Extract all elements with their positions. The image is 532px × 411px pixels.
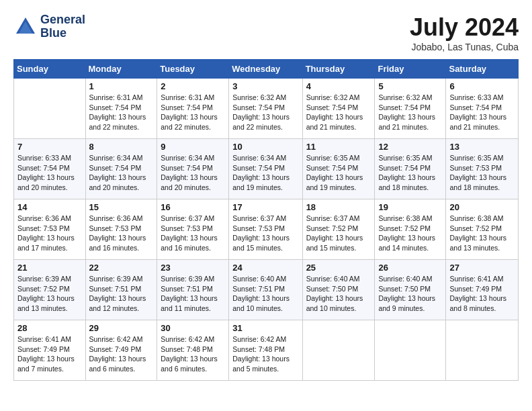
calendar-cell: 13Sunrise: 6:35 AMSunset: 7:53 PMDayligh… — [446, 139, 519, 199]
cell-info: Sunrise: 6:40 AMSunset: 7:50 PMDaylight:… — [378, 274, 442, 314]
logo-icon — [13, 15, 38, 39]
cell-info: Sunrise: 6:32 AMSunset: 7:54 PMDaylight:… — [306, 93, 371, 132]
calendar-cell: 24Sunrise: 6:40 AMSunset: 7:51 PMDayligh… — [229, 260, 302, 320]
calendar-cell: 8Sunrise: 6:34 AMSunset: 7:54 PMDaylight… — [85, 139, 157, 199]
cell-info: Sunrise: 6:40 AMSunset: 7:50 PMDaylight:… — [306, 274, 371, 314]
cell-info: Sunrise: 6:40 AMSunset: 7:51 PMDaylight:… — [232, 274, 298, 314]
calendar-cell: 27Sunrise: 6:41 AMSunset: 7:49 PMDayligh… — [446, 260, 519, 320]
day-number: 26 — [378, 263, 442, 273]
day-number: 16 — [161, 202, 225, 212]
header-day-tuesday: Tuesday — [157, 60, 229, 79]
day-number: 20 — [449, 202, 515, 212]
cell-info: Sunrise: 6:41 AMSunset: 7:49 PMDaylight:… — [449, 274, 515, 314]
calendar-cell: 10Sunrise: 6:34 AMSunset: 7:54 PMDayligh… — [229, 139, 302, 199]
header-day-thursday: Thursday — [302, 60, 375, 79]
day-number: 22 — [89, 263, 154, 273]
calendar-cell: 4Sunrise: 6:32 AMSunset: 7:54 PMDaylight… — [302, 79, 375, 139]
cell-info: Sunrise: 6:35 AMSunset: 7:54 PMDaylight:… — [306, 153, 371, 193]
calendar-cell: 23Sunrise: 6:39 AMSunset: 7:51 PMDayligh… — [157, 260, 229, 320]
cell-info: Sunrise: 6:35 AMSunset: 7:53 PMDaylight:… — [449, 153, 515, 193]
week-row-3: 14Sunrise: 6:36 AMSunset: 7:53 PMDayligh… — [14, 199, 519, 260]
day-number: 10 — [232, 142, 298, 152]
header-day-saturday: Saturday — [446, 60, 519, 79]
day-number: 19 — [378, 202, 442, 212]
calendar-cell: 14Sunrise: 6:36 AMSunset: 7:53 PMDayligh… — [14, 199, 86, 260]
day-number: 2 — [161, 81, 225, 91]
day-number: 4 — [306, 81, 371, 91]
header-day-wednesday: Wednesday — [229, 60, 302, 79]
day-number: 31 — [232, 323, 298, 333]
logo-text: General Blue — [40, 13, 85, 40]
calendar-cell: 1Sunrise: 6:31 AMSunset: 7:54 PMDaylight… — [85, 79, 157, 139]
header-day-friday: Friday — [375, 60, 446, 79]
calendar-cell: 15Sunrise: 6:36 AMSunset: 7:53 PMDayligh… — [85, 199, 157, 260]
cell-info: Sunrise: 6:38 AMSunset: 7:52 PMDaylight:… — [449, 214, 515, 253]
calendar-cell: 31Sunrise: 6:42 AMSunset: 7:48 PMDayligh… — [229, 320, 302, 381]
calendar-cell: 6Sunrise: 6:33 AMSunset: 7:54 PMDaylight… — [446, 79, 519, 139]
calendar-body: 1Sunrise: 6:31 AMSunset: 7:54 PMDaylight… — [14, 79, 519, 381]
location: Jobabo, Las Tunas, Cuba — [410, 42, 519, 52]
day-number: 7 — [17, 142, 82, 152]
cell-info: Sunrise: 6:36 AMSunset: 7:53 PMDaylight:… — [17, 214, 82, 253]
day-number: 1 — [89, 81, 154, 91]
header-day-sunday: Sunday — [14, 60, 86, 79]
cell-info: Sunrise: 6:41 AMSunset: 7:49 PMDaylight:… — [17, 334, 82, 374]
day-number: 21 — [17, 263, 82, 273]
day-number: 6 — [449, 81, 515, 91]
cell-info: Sunrise: 6:42 AMSunset: 7:48 PMDaylight:… — [161, 334, 225, 374]
cell-info: Sunrise: 6:39 AMSunset: 7:51 PMDaylight:… — [161, 274, 225, 314]
calendar-cell: 30Sunrise: 6:42 AMSunset: 7:48 PMDayligh… — [157, 320, 229, 381]
day-number: 23 — [161, 263, 225, 273]
cell-info: Sunrise: 6:36 AMSunset: 7:53 PMDaylight:… — [89, 214, 154, 253]
day-number: 25 — [306, 263, 371, 273]
cell-info: Sunrise: 6:37 AMSunset: 7:53 PMDaylight:… — [161, 214, 225, 253]
day-number: 12 — [378, 142, 442, 152]
cell-info: Sunrise: 6:35 AMSunset: 7:54 PMDaylight:… — [378, 153, 442, 193]
calendar-cell: 22Sunrise: 6:39 AMSunset: 7:51 PMDayligh… — [85, 260, 157, 320]
day-number: 9 — [161, 142, 225, 152]
day-number: 17 — [232, 202, 298, 212]
day-number: 15 — [89, 202, 154, 212]
cell-info: Sunrise: 6:34 AMSunset: 7:54 PMDaylight:… — [232, 153, 298, 193]
week-row-2: 7Sunrise: 6:33 AMSunset: 7:54 PMDaylight… — [14, 139, 519, 199]
calendar-cell — [375, 320, 446, 381]
title-block: July 2024 Jobabo, Las Tunas, Cuba — [410, 13, 519, 52]
calendar-cell — [14, 79, 86, 139]
calendar-cell: 17Sunrise: 6:37 AMSunset: 7:53 PMDayligh… — [229, 199, 302, 260]
cell-info: Sunrise: 6:34 AMSunset: 7:54 PMDaylight:… — [89, 153, 154, 193]
calendar-cell: 16Sunrise: 6:37 AMSunset: 7:53 PMDayligh… — [157, 199, 229, 260]
cell-info: Sunrise: 6:42 AMSunset: 7:48 PMDaylight:… — [232, 334, 298, 374]
cell-info: Sunrise: 6:42 AMSunset: 7:49 PMDaylight:… — [89, 334, 154, 374]
calendar-cell: 18Sunrise: 6:37 AMSunset: 7:52 PMDayligh… — [302, 199, 375, 260]
day-number: 3 — [232, 81, 298, 91]
calendar-cell: 3Sunrise: 6:32 AMSunset: 7:54 PMDaylight… — [229, 79, 302, 139]
page-header: General Blue July 2024 Jobabo, Las Tunas… — [13, 13, 519, 52]
calendar-cell: 28Sunrise: 6:41 AMSunset: 7:49 PMDayligh… — [14, 320, 86, 381]
month-title: July 2024 — [410, 13, 519, 42]
cell-info: Sunrise: 6:32 AMSunset: 7:54 PMDaylight:… — [232, 93, 298, 132]
cell-info: Sunrise: 6:33 AMSunset: 7:54 PMDaylight:… — [17, 153, 82, 193]
calendar-cell: 20Sunrise: 6:38 AMSunset: 7:52 PMDayligh… — [446, 199, 519, 260]
header-day-monday: Monday — [85, 60, 157, 79]
calendar-cell — [446, 320, 519, 381]
calendar-cell: 29Sunrise: 6:42 AMSunset: 7:49 PMDayligh… — [85, 320, 157, 381]
cell-info: Sunrise: 6:39 AMSunset: 7:52 PMDaylight:… — [17, 274, 82, 314]
calendar-cell: 5Sunrise: 6:32 AMSunset: 7:54 PMDaylight… — [375, 79, 446, 139]
cell-info: Sunrise: 6:32 AMSunset: 7:54 PMDaylight:… — [378, 93, 442, 132]
calendar-cell: 19Sunrise: 6:38 AMSunset: 7:52 PMDayligh… — [375, 199, 446, 260]
day-number: 14 — [17, 202, 82, 212]
day-number: 8 — [89, 142, 154, 152]
week-row-5: 28Sunrise: 6:41 AMSunset: 7:49 PMDayligh… — [14, 320, 519, 381]
day-number: 30 — [161, 323, 225, 333]
cell-info: Sunrise: 6:38 AMSunset: 7:52 PMDaylight:… — [378, 214, 442, 253]
cell-info: Sunrise: 6:34 AMSunset: 7:54 PMDaylight:… — [161, 153, 225, 193]
day-number: 29 — [89, 323, 154, 333]
calendar-cell: 7Sunrise: 6:33 AMSunset: 7:54 PMDaylight… — [14, 139, 86, 199]
cell-info: Sunrise: 6:39 AMSunset: 7:51 PMDaylight:… — [89, 274, 154, 314]
day-number: 24 — [232, 263, 298, 273]
day-number: 27 — [449, 263, 515, 273]
week-row-4: 21Sunrise: 6:39 AMSunset: 7:52 PMDayligh… — [14, 260, 519, 320]
calendar-header-row: SundayMondayTuesdayWednesdayThursdayFrid… — [14, 60, 519, 79]
logo: General Blue — [13, 13, 85, 40]
cell-info: Sunrise: 6:33 AMSunset: 7:54 PMDaylight:… — [449, 93, 515, 132]
